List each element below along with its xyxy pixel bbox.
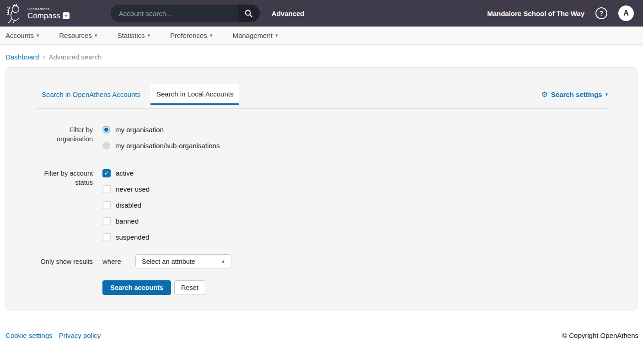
brand-name-text: Compass bbox=[27, 12, 60, 20]
checkbox-checked-icon[interactable]: ✓ bbox=[102, 169, 111, 177]
menu-accounts[interactable]: Accounts ▾ bbox=[5, 32, 39, 39]
checkbox-never-used[interactable]: never used bbox=[102, 181, 150, 197]
only-show-results-label: Only show results bbox=[36, 257, 93, 266]
only-show-results-row: Only show results where Select an attrib… bbox=[36, 254, 637, 268]
search-tabs: Search in OpenAthens Accounts Search in … bbox=[36, 84, 608, 105]
radio-my-organisation[interactable]: my organisation bbox=[102, 122, 220, 138]
checkbox-unchecked-icon[interactable] bbox=[102, 201, 111, 209]
account-search-bar bbox=[111, 5, 260, 22]
help-icon[interactable]: ? bbox=[595, 7, 607, 19]
filter-by-organisation-label: Filter by organisation bbox=[36, 122, 93, 144]
plus-badge-icon: + bbox=[63, 12, 70, 19]
organisation-name: Mandalore School of The Way bbox=[487, 10, 584, 17]
chevron-down-icon: ▾ bbox=[605, 92, 608, 97]
brand-small-text: OpenAthens bbox=[27, 7, 70, 11]
breadcrumb-current: Advanced search bbox=[48, 53, 102, 61]
chevron-down-icon: ▾ bbox=[210, 33, 213, 38]
where-label: where bbox=[102, 257, 126, 265]
menu-resources[interactable]: Resources ▾ bbox=[59, 32, 97, 39]
top-navbar: OpenAthens Compass + Advanced Mandalore … bbox=[0, 0, 643, 27]
checkbox-unchecked-icon[interactable] bbox=[102, 217, 111, 225]
checkbox-unchecked-icon[interactable] bbox=[102, 233, 111, 241]
tab-local-accounts[interactable]: Search in Local Accounts bbox=[150, 84, 239, 105]
search-settings-toggle[interactable]: ⚙ Search settings ▾ bbox=[541, 84, 608, 105]
privacy-policy-link[interactable]: Privacy policy bbox=[59, 332, 101, 339]
chevron-down-icon: ▾ bbox=[95, 33, 97, 38]
attribute-select-value: Select an attribute bbox=[142, 258, 195, 265]
checkbox-banned[interactable]: banned bbox=[102, 213, 150, 229]
radio-selected-icon[interactable] bbox=[102, 126, 110, 134]
menu-statistics[interactable]: Statistics ▾ bbox=[117, 32, 150, 39]
cookie-settings-link[interactable]: Cookie settings bbox=[5, 332, 53, 339]
filter-by-account-status-row: Filter by account status ✓ active never … bbox=[36, 165, 637, 245]
breadcrumb: Dashboard › Advanced search bbox=[0, 45, 643, 67]
chevron-up-icon: ▲ bbox=[221, 259, 225, 263]
advanced-search-link[interactable]: Advanced bbox=[272, 10, 305, 17]
search-settings-label: Search settings bbox=[551, 91, 602, 98]
openathens-compass-logo[interactable]: OpenAthens Compass + bbox=[5, 3, 70, 23]
page-footer: Cookie settings Privacy policy © Copyrig… bbox=[0, 332, 643, 339]
copyright-text: © Copyright OpenAthens bbox=[562, 332, 638, 339]
chevron-down-icon: ▾ bbox=[147, 33, 150, 38]
breadcrumb-dashboard-link[interactable]: Dashboard bbox=[5, 53, 39, 61]
advanced-search-panel: Search in OpenAthens Accounts Search in … bbox=[5, 67, 638, 310]
menu-preferences[interactable]: Preferences ▾ bbox=[170, 32, 212, 39]
checkbox-active[interactable]: ✓ active bbox=[102, 165, 150, 181]
account-search-input[interactable] bbox=[111, 5, 238, 22]
breadcrumb-separator-icon: › bbox=[43, 53, 45, 61]
radio-unselected-icon[interactable] bbox=[102, 142, 110, 150]
owl-logo-icon bbox=[5, 3, 24, 23]
chevron-down-icon: ▾ bbox=[275, 33, 278, 38]
tabs-divider bbox=[36, 108, 608, 109]
checkbox-unchecked-icon[interactable] bbox=[102, 185, 111, 193]
radio-my-organisation-sub-organisations[interactable]: my organisation/sub-organisations bbox=[102, 138, 220, 154]
attribute-select[interactable]: Select an attribute ▲ bbox=[135, 254, 231, 268]
form-buttons: Search accounts Reset bbox=[102, 280, 637, 295]
filter-by-account-status-label: Filter by account status bbox=[36, 165, 93, 187]
search-accounts-button[interactable]: Search accounts bbox=[102, 280, 171, 295]
search-icon bbox=[244, 9, 253, 18]
search-submit-button[interactable] bbox=[238, 5, 260, 22]
tab-openathens-accounts[interactable]: Search in OpenAthens Accounts bbox=[36, 84, 146, 105]
menu-management[interactable]: Management ▾ bbox=[232, 32, 278, 39]
user-avatar[interactable]: A bbox=[618, 5, 634, 21]
gear-icon: ⚙ bbox=[541, 91, 547, 98]
checkbox-disabled[interactable]: disabled bbox=[102, 197, 150, 213]
filter-by-organisation-row: Filter by organisation my organisation m… bbox=[36, 122, 637, 154]
chevron-down-icon: ▾ bbox=[37, 33, 39, 38]
main-menubar: Accounts ▾ Resources ▾ Statistics ▾ Pref… bbox=[0, 27, 643, 45]
reset-button[interactable]: Reset bbox=[174, 280, 205, 295]
checkbox-suspended[interactable]: suspended bbox=[102, 229, 150, 245]
